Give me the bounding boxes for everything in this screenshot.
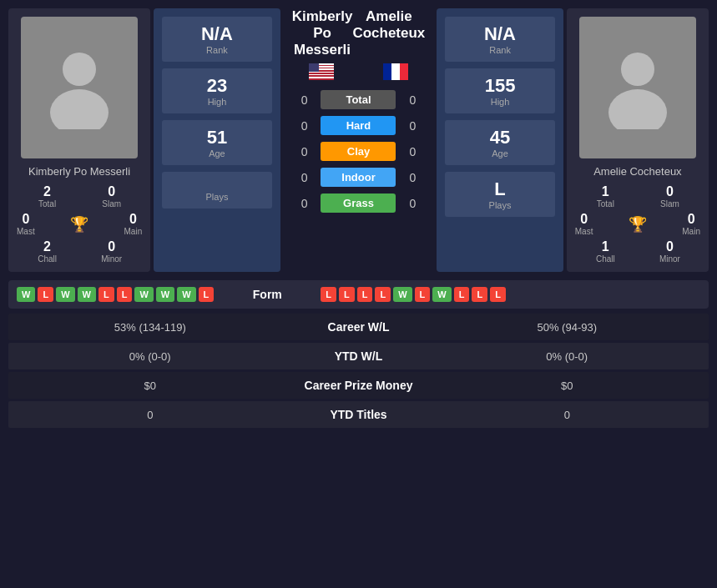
form-section: WLWWLLWWWL Form LLLLWLWLLL bbox=[8, 280, 709, 309]
player2-stats-grid2: 1 Chall 0 Minor bbox=[575, 239, 700, 264]
player1-mast-label: Mast bbox=[17, 227, 35, 236]
player2-trophy-row: 0 Mast 🏆 0 Main bbox=[575, 212, 700, 236]
prize-label: Career Prize Money bbox=[284, 379, 434, 392]
ytd-wl-row: 0% (0-0) YTD W/L 0% (0-0) bbox=[8, 343, 709, 369]
player2-name: Amelie Cocheteux bbox=[593, 165, 682, 178]
player1-age-val: 51 bbox=[162, 127, 271, 148]
form-win-badge: W bbox=[393, 287, 412, 302]
main-container: Kimberly Po Messerli 2 Total 0 Slam 0 Ma… bbox=[0, 0, 717, 439]
form-loss-badge: L bbox=[415, 287, 431, 302]
player2-stats-grid: 1 Total 0 Slam bbox=[575, 184, 700, 209]
player1-chall-cell: 2 Chall bbox=[17, 239, 78, 264]
player2-slam-cell: 0 Slam bbox=[639, 184, 700, 209]
grass-row: 0 Grass 0 bbox=[284, 192, 434, 214]
p1-ytd-titles: 0 bbox=[17, 409, 284, 421]
p2-name-center: Amelie Cocheteux bbox=[352, 8, 425, 58]
player1-name: Kimberly Po Messerli bbox=[28, 165, 130, 178]
ytd-wl-label: YTD W/L bbox=[284, 349, 434, 363]
player1-stats-card: N/A Rank 23 High 51 Age Plays bbox=[154, 8, 280, 272]
clay-score-left: 0 bbox=[292, 145, 317, 158]
player1-minor-label: Minor bbox=[81, 254, 142, 264]
form-loss-badge: L bbox=[375, 287, 391, 302]
player2-age-block: 45 Age bbox=[445, 120, 554, 165]
clay-badge: Clay bbox=[321, 142, 396, 161]
form-loss-badge: L bbox=[490, 287, 506, 302]
player2-high-lbl: High bbox=[445, 97, 554, 107]
hard-badge: Hard bbox=[321, 116, 396, 135]
player2-chall-cell: 1 Chall bbox=[575, 239, 636, 264]
form-win-badge: W bbox=[177, 287, 195, 302]
prize-row: $0 Career Prize Money $0 bbox=[8, 372, 709, 399]
player1-plays-block: Plays bbox=[162, 172, 271, 209]
form-loss-badge: L bbox=[38, 287, 53, 302]
player2-rank-block: N/A Rank bbox=[445, 17, 554, 62]
player1-slam-cell: 0 Slam bbox=[81, 184, 142, 209]
clay-row: 0 Clay 0 bbox=[284, 140, 434, 163]
p2-ytd-wl: 0% (0-0) bbox=[434, 350, 701, 363]
flags-row bbox=[284, 63, 434, 80]
player2-rank-val: N/A bbox=[445, 23, 554, 45]
grass-badge: Grass bbox=[321, 193, 396, 213]
player1-avatar bbox=[21, 17, 138, 158]
p1-career-wl: 53% (134-119) bbox=[17, 321, 284, 334]
hard-score-right: 0 bbox=[400, 119, 425, 133]
player1-high-block: 23 High bbox=[162, 68, 271, 113]
player1-total-label: Total bbox=[17, 199, 78, 209]
form-win-badge: W bbox=[56, 287, 74, 302]
player2-slam-label: Slam bbox=[639, 199, 700, 209]
svg-point-1 bbox=[50, 89, 109, 129]
total-score-right: 0 bbox=[400, 93, 425, 107]
form-loss-badge: L bbox=[199, 287, 215, 302]
ytd-titles-row: 0 YTD Titles 0 bbox=[8, 401, 709, 428]
p1-name-center: Kimberly Po Messerli bbox=[292, 8, 353, 58]
form-loss-badge: L bbox=[98, 287, 114, 302]
player2-high-block: 155 High bbox=[445, 68, 554, 113]
player2-mast-value: 0 bbox=[575, 212, 593, 227]
clay-score-right: 0 bbox=[400, 145, 425, 158]
player2-main-label: Main bbox=[682, 227, 700, 236]
player1-total-cell: 2 Total bbox=[17, 184, 78, 209]
player1-trophy-row: 0 Mast 🏆 0 Main bbox=[17, 212, 142, 236]
player1-age-block: 51 Age bbox=[162, 120, 271, 165]
player1-mast-cell: 0 Mast bbox=[17, 212, 35, 236]
form-win-badge: W bbox=[134, 287, 153, 302]
grass-score-right: 0 bbox=[400, 197, 425, 210]
p2-name-line1: Amelie bbox=[352, 8, 425, 25]
grass-score-left: 0 bbox=[292, 197, 317, 210]
top-section: Kimberly Po Messerli 2 Total 0 Slam 0 Ma… bbox=[8, 8, 709, 272]
player2-avatar bbox=[579, 17, 696, 158]
player1-main-value: 0 bbox=[124, 212, 143, 227]
player1-mast-value: 0 bbox=[17, 212, 35, 227]
player2-chall-value: 1 bbox=[575, 239, 636, 254]
player1-slam-value: 0 bbox=[81, 184, 142, 199]
form-label: Form bbox=[217, 288, 317, 301]
form-loss-badge: L bbox=[321, 287, 336, 302]
p2-ytd-titles: 0 bbox=[434, 409, 701, 421]
player1-rank-lbl: Rank bbox=[162, 45, 271, 55]
player1-high-lbl: High bbox=[162, 97, 271, 107]
trophy1-icon: 🏆 bbox=[70, 215, 88, 234]
player2-mast-cell: 0 Mast bbox=[575, 212, 593, 236]
form-win-badge: W bbox=[156, 287, 174, 302]
form-win-badge: W bbox=[432, 287, 451, 302]
total-row: 0 Total 0 bbox=[284, 88, 434, 111]
player2-slam-value: 0 bbox=[639, 184, 700, 199]
player2-minor-value: 0 bbox=[639, 239, 700, 254]
player1-total-value: 2 bbox=[17, 184, 78, 199]
player2-total-cell: 1 Total bbox=[575, 184, 636, 209]
form-loss-badge: L bbox=[357, 287, 373, 302]
player2-plays-val: L bbox=[445, 178, 554, 200]
svg-point-2 bbox=[621, 53, 654, 86]
form-loss-badge: L bbox=[117, 287, 133, 302]
ytd-titles-label: YTD Titles bbox=[284, 408, 434, 421]
form-loss-badge: L bbox=[454, 287, 470, 302]
player2-mast-label: Mast bbox=[575, 227, 593, 236]
player2-rank-lbl: Rank bbox=[445, 45, 554, 55]
player1-chall-label: Chall bbox=[17, 254, 78, 264]
total-score-left: 0 bbox=[292, 93, 317, 107]
svg-point-3 bbox=[608, 89, 667, 129]
names-row: Kimberly Po Messerli Amelie Cocheteux bbox=[284, 8, 434, 58]
player2-form-badges: LLLLWLWLLL bbox=[321, 287, 506, 302]
player2-minor-label: Minor bbox=[639, 254, 700, 264]
p1-name-line2: Messerli bbox=[292, 42, 353, 58]
